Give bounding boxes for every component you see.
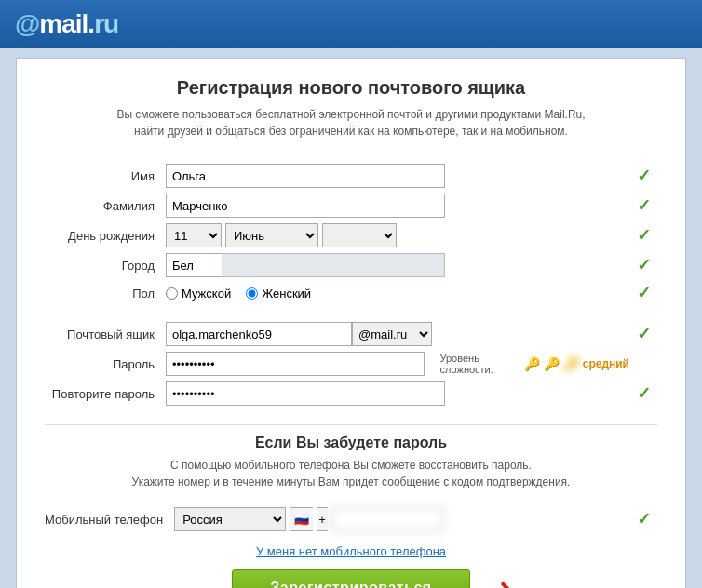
birthday-label: День рождения xyxy=(45,223,166,247)
logo-ru: ru xyxy=(94,9,118,38)
mailbox-field-cell: @mail.ru @inbox.ru @list.ru @bk.ru xyxy=(166,322,629,346)
complexity-key2: 🔑 xyxy=(544,356,560,371)
city-check-icon: ✓ xyxy=(637,256,651,274)
logo-at: @ xyxy=(15,9,39,38)
phone-check-icon: ✓ xyxy=(637,510,651,528)
spacer-row xyxy=(45,309,657,316)
lastname-check: ✓ xyxy=(629,194,657,218)
phone-number-input[interactable] xyxy=(331,507,443,531)
complexity-row: Уровень сложности: 🔑 🔑 🔑 средний xyxy=(439,353,629,375)
logo-mail: mail xyxy=(39,9,88,38)
lastname-input[interactable] xyxy=(166,194,445,218)
birthday-month-select[interactable]: Июнь xyxy=(225,223,318,247)
phone-row: Мобильный телефон Россия Украина Беларус… xyxy=(45,507,657,531)
logo: @mail.ru xyxy=(15,9,118,39)
confirm-password-check: ✓ xyxy=(629,381,657,406)
phone-field-cell: Россия Украина Беларусь Казахстан 🇷🇺 + xyxy=(174,507,629,531)
page-subtitle: Вы сможете пользоваться бесплатной элект… xyxy=(45,106,657,140)
birthday-field-cell: 11 Июнь xyxy=(166,223,629,247)
name-check-icon: ✓ xyxy=(637,167,651,185)
phone-inputs: Россия Украина Беларусь Казахстан 🇷🇺 + xyxy=(174,507,629,531)
confirm-password-label: Повторите пароль xyxy=(45,381,166,406)
name-field-cell xyxy=(166,164,629,188)
confirm-password-row: Повторите пароль ✓ xyxy=(45,381,657,406)
birthday-year-select[interactable] xyxy=(322,223,397,247)
password-container: Уровень сложности: 🔑 🔑 🔑 средний xyxy=(166,352,629,376)
phone-flag-box: 🇷🇺 xyxy=(290,507,313,531)
city-field-cell xyxy=(166,253,629,277)
birthday-day-select[interactable]: 11 xyxy=(166,223,222,247)
birthday-row: День рождения 11 Июнь xyxy=(45,223,657,247)
gender-options: Мужской Женский xyxy=(166,287,629,301)
phone-label: Мобильный телефон xyxy=(45,507,174,531)
mailbox-row: Почтовый ящик @mail.ru @inbox.ru @list.r… xyxy=(45,322,657,346)
complexity-level: средний xyxy=(583,357,629,370)
password-check xyxy=(629,352,657,376)
mailbox-inputs: @mail.ru @inbox.ru @list.ru @bk.ru xyxy=(166,322,629,346)
gender-male-radio[interactable] xyxy=(166,287,178,300)
gender-label: Пол xyxy=(45,283,166,303)
password-recovery-desc: С помощью мобильного телефона Вы сможете… xyxy=(45,457,657,490)
phone-form-table: Мобильный телефон Россия Украина Беларус… xyxy=(45,501,657,537)
password-input[interactable] xyxy=(166,352,425,376)
gender-female-option[interactable]: Женский xyxy=(246,287,311,301)
page-title: Регистрация нового почтового ящика xyxy=(45,77,657,99)
register-btn-container: Зарегистрироваться ➜ xyxy=(45,569,657,588)
lastname-label: Фамилия xyxy=(45,194,166,218)
complexity-key3: 🔑 xyxy=(563,356,579,371)
confirm-password-input[interactable] xyxy=(166,381,445,406)
gender-male-label: Мужской xyxy=(182,287,231,301)
birthday-selects: 11 Июнь xyxy=(166,223,629,247)
complexity-key1: 🔑 xyxy=(524,356,540,371)
city-label: Город xyxy=(45,253,166,277)
form-table: Имя ✓ Фамилия ✓ День рождени xyxy=(45,158,657,411)
gender-row: Пол Мужской Женский ✓ xyxy=(45,283,657,303)
gender-check-icon: ✓ xyxy=(637,284,651,302)
password-label: Пароль xyxy=(45,352,166,376)
password-field-cell: Уровень сложности: 🔑 🔑 🔑 средний xyxy=(166,352,629,376)
mailbox-check: ✓ xyxy=(629,322,657,346)
city-check: ✓ xyxy=(629,253,657,277)
mailbox-domain-select[interactable]: @mail.ru @inbox.ru @list.ru @bk.ru xyxy=(352,322,432,346)
name-row: Имя ✓ xyxy=(45,164,657,188)
header: @mail.ru xyxy=(0,0,702,48)
complexity-label: Уровень сложности: xyxy=(439,353,520,375)
confirm-password-field-cell xyxy=(166,381,629,406)
gender-check: ✓ xyxy=(629,283,657,303)
name-input[interactable] xyxy=(166,164,445,188)
phone-country-select[interactable]: Россия Украина Беларусь Казахстан xyxy=(174,507,286,531)
lastname-row: Фамилия ✓ xyxy=(45,194,657,218)
no-phone-container: У меня нет мобильного телефона xyxy=(45,544,657,558)
gender-female-label: Женский xyxy=(262,287,311,301)
confirm-password-check-icon: ✓ xyxy=(637,384,651,403)
city-input-wrap xyxy=(166,253,445,277)
name-check: ✓ xyxy=(629,164,657,188)
phone-prefix: + xyxy=(318,513,326,527)
no-phone-link[interactable]: У меня нет мобильного телефона xyxy=(45,544,657,558)
password-row: Пароль Уровень сложности: 🔑 🔑 🔑 средний xyxy=(45,352,657,376)
birthday-check-icon: ✓ xyxy=(637,226,651,245)
gender-male-option[interactable]: Мужской xyxy=(166,287,231,301)
gender-field-cell: Мужской Женский xyxy=(166,283,629,303)
phone-flag-icon: 🇷🇺 xyxy=(294,513,309,527)
register-button[interactable]: Зарегистрироваться xyxy=(232,569,469,588)
password-recovery-title: Если Вы забудете пароль xyxy=(45,434,657,451)
phone-plus: + xyxy=(317,507,328,531)
arrow-icon: ➜ xyxy=(488,571,513,588)
mailbox-check-icon: ✓ xyxy=(637,325,651,343)
birthday-check: ✓ xyxy=(629,223,657,247)
name-label: Имя xyxy=(45,164,166,188)
gender-female-radio[interactable] xyxy=(246,287,258,300)
mailbox-input[interactable] xyxy=(166,322,352,346)
lastname-check-icon: ✓ xyxy=(637,196,651,215)
phone-check: ✓ xyxy=(629,507,657,531)
lastname-field-cell xyxy=(166,194,629,218)
mailbox-label: Почтовый ящик xyxy=(45,322,166,346)
city-row: Город ✓ xyxy=(45,253,657,277)
section-divider xyxy=(45,424,657,425)
city-input[interactable] xyxy=(166,253,445,277)
registration-form-container: Регистрация нового почтового ящика Вы см… xyxy=(16,58,686,588)
